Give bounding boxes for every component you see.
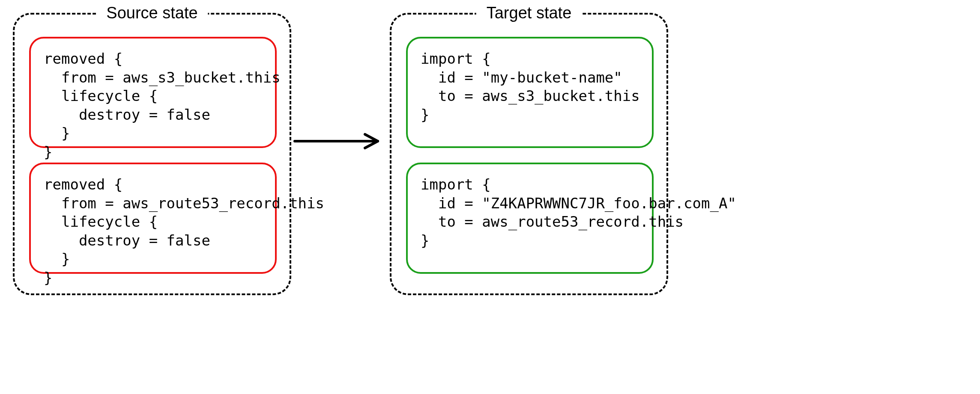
diagram-stage: Source state removed { from = aws_s3_buc… — [0, 0, 980, 394]
source-removed-code-2: removed { from = aws_route53_record.this… — [44, 175, 262, 287]
source-state-title: Source state — [96, 4, 208, 22]
target-state-title: Target state — [476, 4, 582, 22]
source-removed-code-1: removed { from = aws_s3_bucket.this life… — [44, 50, 262, 161]
source-removed-block-2: removed { from = aws_route53_record.this… — [29, 163, 277, 274]
target-import-code-1: import { id = "my-bucket-name" to = aws_… — [421, 50, 639, 124]
target-import-block-2: import { id = "Z4KAPRWWNC7JR_foo.bar.com… — [406, 163, 654, 274]
target-import-code-2: import { id = "Z4KAPRWWNC7JR_foo.bar.com… — [421, 175, 639, 250]
target-import-block-1: import { id = "my-bucket-name" to = aws_… — [406, 37, 654, 148]
target-state-panel: Target state import { id = "my-bucket-na… — [390, 13, 668, 295]
source-state-panel: Source state removed { from = aws_s3_buc… — [13, 13, 291, 295]
source-removed-block-1: removed { from = aws_s3_bucket.this life… — [29, 37, 277, 148]
arrow-icon — [293, 130, 388, 152]
arrow-source-to-target — [293, 130, 388, 152]
